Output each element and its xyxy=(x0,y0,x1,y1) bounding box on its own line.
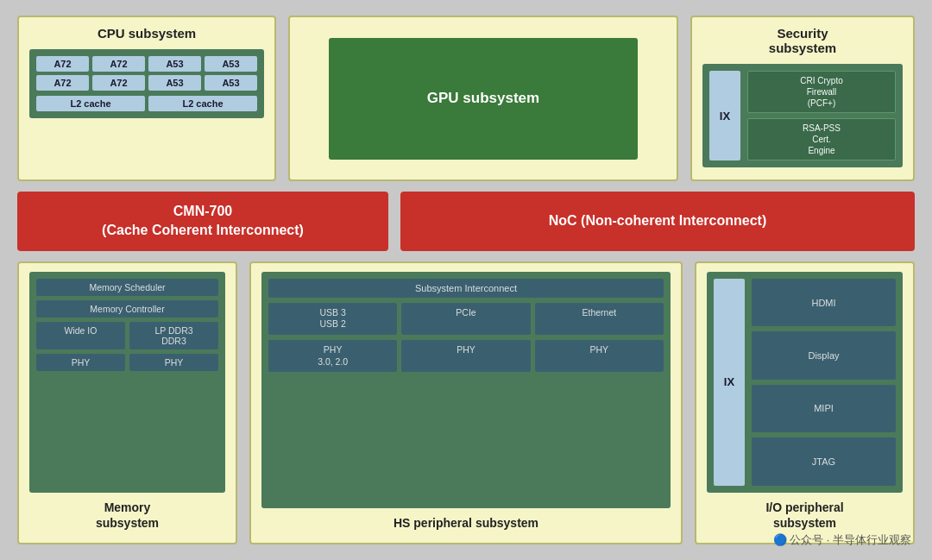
mem-ddr-row: Wide IO LP DDR3DDR3 xyxy=(36,322,218,349)
io-ix-box: IX xyxy=(714,279,745,486)
watermark-icon: 🔵 xyxy=(773,533,787,546)
security-ix-box: IX xyxy=(709,71,740,160)
security-title: Securitysubsystem xyxy=(702,26,903,55)
phy-eth-box: PHY xyxy=(535,340,664,372)
main-container: CPU subsystem A72 A72 A53 A53 A72 A72 A5… xyxy=(0,0,932,560)
cpu-title: CPU subsystem xyxy=(29,26,264,41)
middle-row: CMN-700(Cache Coherent Interconnect) NoC… xyxy=(17,192,915,251)
memory-label: Memorysubsystem xyxy=(29,500,225,531)
cpu-subsystem-box: CPU subsystem A72 A72 A53 A53 A72 A72 A5… xyxy=(17,16,276,181)
watermark-text: 公众号 · 半导体行业观察 xyxy=(790,533,911,546)
memory-inner: Memory Scheduler Memory Controller Wide … xyxy=(29,272,225,493)
memory-subsystem-box: Memory Scheduler Memory Controller Wide … xyxy=(17,261,237,544)
phy-usb-box: PHY3.0, 2.0 xyxy=(268,340,397,372)
bottom-row: Memory Scheduler Memory Controller Wide … xyxy=(17,261,915,544)
cri-crypto-box: CRI CryptoFirewall(PCF+) xyxy=(747,71,896,113)
phy-pcie-box: PHY xyxy=(401,340,530,372)
display-box: Display xyxy=(752,331,896,379)
gpu-subsystem-box: GPU subsystem xyxy=(288,16,678,181)
cpu-core-a72-2: A72 xyxy=(92,56,145,72)
hs-mid-row: USB 3USB 2 PCIe Ethernet xyxy=(268,303,664,335)
pcie-box: PCIe xyxy=(401,303,530,335)
cpu-core-a72-4: A72 xyxy=(92,75,145,91)
memory-scheduler-box: Memory Scheduler xyxy=(36,279,218,296)
mem-scheduler-row: Memory Scheduler xyxy=(36,279,218,296)
cpu-core-a53-4: A53 xyxy=(205,75,257,91)
cpu-core-a72-3: A72 xyxy=(36,75,89,91)
security-subsystem-box: Securitysubsystem IX CRI CryptoFirewall(… xyxy=(690,16,915,181)
memory-controller-box: Memory Controller xyxy=(36,300,218,318)
phy-box-2: PHY xyxy=(129,354,218,371)
io-subsystem-box: IX HDMI Display MIPI JTAG I/O peripheral… xyxy=(695,261,915,544)
mem-phy-row: PHY PHY xyxy=(36,354,218,371)
lp-ddr3-box: LP DDR3DDR3 xyxy=(129,322,218,349)
cache-row: L2 cache L2 cache xyxy=(36,96,257,111)
hs-inner: Subsystem Interconnect USB 3USB 2 PCIe E… xyxy=(261,272,671,508)
hdmi-box: HDMI xyxy=(752,279,896,326)
cpu-inner: A72 A72 A53 A53 A72 A72 A53 A53 L2 cache… xyxy=(29,49,264,118)
hs-subsystem-box: Subsystem Interconnect USB 3USB 2 PCIe E… xyxy=(249,261,683,544)
ethernet-box: Ethernet xyxy=(535,303,664,335)
cpu-core-a53-2: A53 xyxy=(205,56,257,72)
l2-cache-1: L2 cache xyxy=(36,96,145,111)
io-components: HDMI Display MIPI JTAG xyxy=(752,279,896,486)
cmn-box: CMN-700(Cache Coherent Interconnect) xyxy=(17,192,388,251)
subsystem-interconnect-bar: Subsystem Interconnect xyxy=(268,279,664,298)
hs-bot-row: PHY3.0, 2.0 PHY PHY xyxy=(268,340,664,372)
rsa-pss-box: RSA-PSSCert.Engine xyxy=(747,118,896,160)
wide-io-box: Wide IO xyxy=(36,322,125,349)
mem-controller-row: Memory Controller xyxy=(36,300,218,318)
security-components: CRI CryptoFirewall(PCF+) RSA-PSSCert.Eng… xyxy=(747,71,896,160)
security-inner: IX CRI CryptoFirewall(PCF+) RSA-PSSCert.… xyxy=(702,64,903,167)
noc-box: NoC (Non-coherent Interconnect) xyxy=(400,192,915,251)
top-row: CPU subsystem A72 A72 A53 A53 A72 A72 A5… xyxy=(17,16,915,181)
io-label: I/O peripheralsubsystem xyxy=(707,500,903,531)
cpu-core-a53-3: A53 xyxy=(148,75,201,91)
l2-cache-2: L2 cache xyxy=(148,96,257,111)
cpu-core-a72-1: A72 xyxy=(36,56,89,72)
phy-box-1: PHY xyxy=(36,354,125,371)
noc-title: NoC (Non-coherent Interconnect) xyxy=(549,213,766,229)
io-inner: IX HDMI Display MIPI JTAG xyxy=(707,272,903,493)
hs-label: HS peripheral subsystem xyxy=(261,515,671,531)
watermark: 🔵 公众号 · 半导体行业观察 xyxy=(773,532,911,548)
jtag-box: JTAG xyxy=(752,437,896,485)
gpu-title: GPU subsystem xyxy=(427,90,539,107)
gpu-inner: GPU subsystem xyxy=(329,38,638,160)
cpu-core-a53-1: A53 xyxy=(148,56,201,72)
cmn-title: CMN-700(Cache Coherent Interconnect) xyxy=(102,202,304,241)
usb-box: USB 3USB 2 xyxy=(268,303,397,335)
mipi-box: MIPI xyxy=(752,385,896,432)
cpu-core-grid: A72 A72 A53 A53 A72 A72 A53 A53 xyxy=(36,56,257,91)
